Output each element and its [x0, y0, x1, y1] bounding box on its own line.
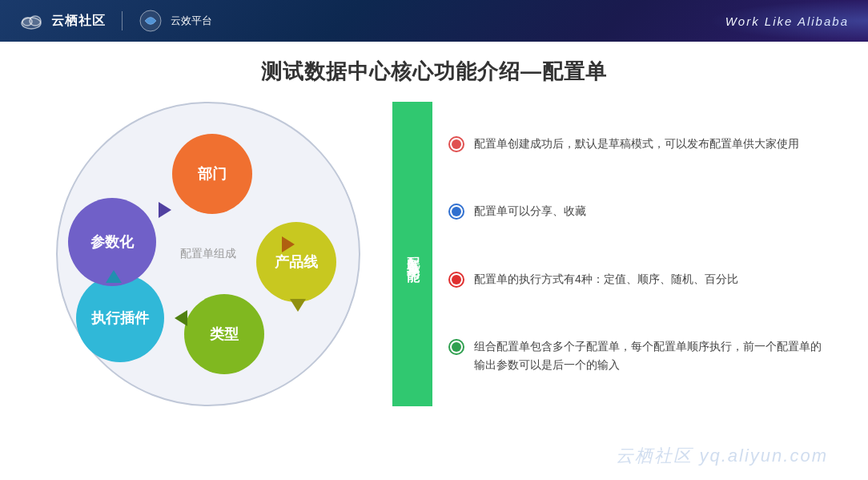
feature-text-1: 配置单创建成功后，默认是草稿模式，可以发布配置单供大家使用: [474, 135, 799, 152]
feature-text-4: 组合配置单包含多个子配置单，每个配置单顺序执行，前一个配置单的输出参数可以是后一…: [474, 337, 828, 373]
cloud-icon: [19, 9, 43, 33]
watermark: 云栖社区 yq.aliyun.com: [616, 444, 828, 468]
circle-container: 配置单组成 部门 产品线 类型 执行插件: [56, 102, 360, 406]
arrow-bumen-chanpin: [282, 236, 295, 252]
logo-text: 云栖社区: [51, 13, 106, 30]
feature-dot-1: [448, 136, 464, 152]
arrow-chanpin-leixing: [290, 299, 306, 312]
header-tagline: Work Like Alibaba: [725, 14, 849, 28]
feature-item-2: 配置单可以分享、收藏: [448, 196, 828, 226]
feature-text-3: 配置单的执行方式有4种：定值、顺序、随机、百分比: [474, 270, 738, 288]
arrow-canshu-bumen: [159, 202, 171, 218]
feature-dot-4: [448, 339, 464, 355]
node-chanpinxian: 产品线: [256, 222, 336, 302]
arrow-zhixing-canshu: [106, 270, 122, 283]
feature-dot-2: [448, 204, 464, 220]
feature-dot-inner-2: [452, 207, 461, 216]
node-leixing: 类型: [184, 294, 264, 374]
feature-item-1: 配置单创建成功后，默认是草稿模式，可以发布配置单供大家使用: [448, 128, 828, 159]
main-content: 测试数据中心核心功能介绍—配置单 配置单组成 部门 产品线 类型: [0, 42, 868, 480]
feature-dot-inner-1: [452, 139, 461, 149]
logo-divider: [122, 11, 123, 30]
features-area: 配置单创建成功后，默认是草稿模式，可以发布配置单供大家使用 配置单可以分享、收藏…: [448, 102, 828, 406]
node-zhixing: 执行插件: [76, 274, 164, 362]
yunxiao-label: 云效平台: [171, 14, 212, 28]
center-label: 配置单组成: [180, 247, 236, 261]
diagram-area: 配置单组成 部门 产品线 类型 执行插件: [40, 102, 376, 406]
node-bumen: 部门: [172, 134, 252, 214]
feature-text-2: 配置单可以分享、收藏: [474, 202, 586, 220]
header: 云栖社区 云效平台 Work Like Alibaba: [0, 0, 868, 42]
arrow-leixing-zhixing: [175, 310, 187, 326]
feature-dot-inner-3: [452, 275, 461, 284]
svg-point-2: [30, 16, 41, 26]
feature-item-4: 组合配置单包含多个子配置单，每个配置单顺序执行，前一个配置单的输出参数可以是后一…: [448, 331, 828, 380]
header-logo: 云栖社区 云效平台: [19, 9, 212, 33]
yunxiao-icon: [139, 9, 163, 33]
feature-item-3: 配置单的执行方式有4种：定值、顺序、随机、百分比: [448, 264, 828, 294]
content-area: 配置单组成 部门 产品线 类型 执行插件: [40, 102, 828, 406]
center-bar: 配置单功能: [392, 102, 432, 406]
feature-dot-inner-4: [452, 342, 461, 352]
feature-dot-3: [448, 272, 464, 288]
page-title: 测试数据中心核心功能介绍—配置单: [40, 58, 828, 86]
